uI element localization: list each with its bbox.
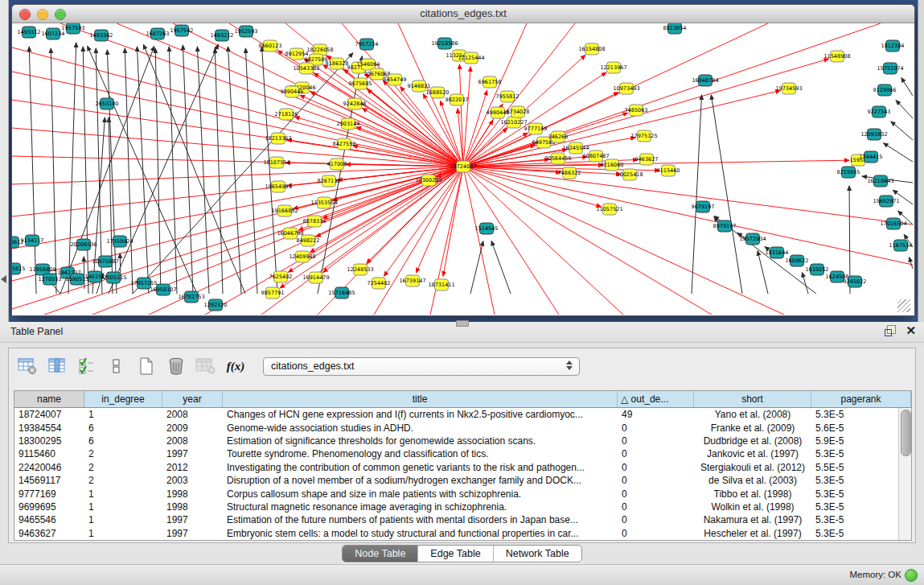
graph-node[interactable]: 417008 bbox=[327, 159, 347, 170]
graph-node[interactable]: 6961758 bbox=[478, 76, 502, 88]
graph-node[interactable]: 16245544 bbox=[562, 142, 589, 154]
column-selector-icon[interactable] bbox=[45, 353, 69, 379]
graph-node[interactable]: 10975887 bbox=[92, 256, 118, 267]
graph-node[interactable]: 1952593 bbox=[235, 26, 258, 37]
table-row[interactable]: 1872400712008Changes of HCN gene express… bbox=[14, 408, 911, 421]
table-row[interactable]: 1938455462009Genome-wide association stu… bbox=[14, 421, 911, 434]
graph-node[interactable]: 18107554 bbox=[263, 157, 290, 168]
graph-node[interactable]: 19166852 bbox=[271, 205, 298, 216]
graph-node[interactable]: 1609622 bbox=[786, 255, 809, 266]
graph-node[interactable]: 2718126 bbox=[275, 109, 298, 120]
tab-node-table[interactable]: Node Table bbox=[343, 546, 418, 562]
graph-node[interactable]: 19654983 bbox=[265, 181, 291, 192]
memory-ok-indicator-icon[interactable] bbox=[905, 569, 918, 582]
graph-node[interactable]: 1493312 bbox=[18, 27, 41, 38]
graph-node[interactable]: 746266 bbox=[548, 131, 569, 142]
graph-node[interactable]: 19572934 bbox=[739, 233, 766, 245]
table-settings-icon[interactable] bbox=[15, 353, 39, 379]
column-header-out_de[interactable]: △ out_de... bbox=[618, 391, 694, 407]
graph-node[interactable]: 18731411 bbox=[428, 279, 454, 290]
table-row[interactable]: 911546021997Tourette syndrome. Phenomeno… bbox=[14, 447, 911, 460]
graph-node[interactable]: 1514545 bbox=[475, 223, 499, 234]
checklist-icon[interactable] bbox=[75, 353, 99, 379]
delete-table-icon-disabled[interactable] bbox=[194, 353, 218, 379]
graph-node[interactable]: 17975125 bbox=[630, 130, 657, 142]
table-row[interactable]: 946554611997Estimation of the future num… bbox=[14, 513, 911, 526]
column-header-pagerank[interactable]: pagerank bbox=[811, 391, 911, 407]
column-header-title[interactable]: title bbox=[223, 391, 618, 407]
graph-node[interactable]: 1493212 bbox=[211, 30, 234, 41]
collapse-handle-icon[interactable] bbox=[1, 275, 6, 283]
graph-node[interactable]: 9134117 bbox=[21, 235, 44, 246]
splitter-grip[interactable] bbox=[456, 320, 469, 327]
graph-node[interactable]: 15692971 bbox=[873, 196, 899, 207]
table-row[interactable]: 946362711997Embryonic stem cells: a mode… bbox=[14, 527, 911, 540]
graph-node[interactable]: 7957224 bbox=[355, 39, 379, 50]
left-splitter-gutter[interactable] bbox=[0, 0, 9, 322]
graph-node[interactable]: 9675685 bbox=[349, 78, 372, 89]
table-row[interactable]: 1830029562008Estimation of significance … bbox=[14, 435, 911, 447]
graph-node[interactable]: 12093832 bbox=[860, 129, 887, 140]
graph-node[interactable]: 8267130 bbox=[318, 175, 341, 187]
graph-node[interactable]: 8813054 bbox=[663, 23, 687, 34]
graph-node[interactable]: 8878334 bbox=[303, 216, 326, 227]
graph-node[interactable]: 17016504 bbox=[880, 218, 906, 229]
function-icon[interactable]: f(x) bbox=[224, 353, 248, 379]
graph-node[interactable]: 16739147 bbox=[399, 275, 425, 286]
graph-node[interactable]: 9115460 bbox=[657, 165, 680, 176]
column-header-in_degree[interactable]: in_degree bbox=[84, 391, 162, 407]
graph-node[interactable]: 9857791 bbox=[261, 287, 285, 299]
graph-node[interactable]: 6734028 bbox=[507, 106, 530, 117]
graph-node[interactable]: 7254402 bbox=[368, 278, 391, 289]
table-row[interactable]: 969969511998Structural magnetic resonanc… bbox=[14, 501, 911, 513]
graph-node[interactable]: 11057521 bbox=[596, 204, 622, 215]
graph-node[interactable]: 9242848 bbox=[343, 98, 367, 109]
graph-node[interactable]: 10025418 bbox=[616, 169, 643, 180]
graph-node[interactable]: 8186328 bbox=[326, 58, 349, 69]
graph-node[interactable]: 10973493 bbox=[613, 83, 639, 94]
graph-node[interactable]: 1957593 bbox=[62, 23, 85, 34]
graph-node[interactable]: 11548908 bbox=[823, 51, 850, 62]
rows-icon[interactable] bbox=[105, 353, 129, 379]
new-document-icon[interactable] bbox=[134, 353, 158, 379]
graph-node[interactable]: 19734593 bbox=[775, 83, 802, 94]
column-header-short[interactable]: short bbox=[694, 391, 811, 407]
graph-node[interactable]: 8215955 bbox=[837, 167, 860, 178]
graph-node[interactable]: 10807487 bbox=[582, 150, 609, 162]
close-panel-icon[interactable]: ✕ bbox=[906, 325, 916, 336]
tab-edge-table[interactable]: Edge Table bbox=[418, 546, 493, 562]
graph-node[interactable]: 1905815 bbox=[12, 263, 25, 274]
graph-node[interactable]: 12213967 bbox=[600, 62, 626, 73]
graph-node[interactable]: 17359924 bbox=[106, 236, 133, 247]
graph-node[interactable]: 19218586 bbox=[431, 38, 458, 49]
graph-node[interactable]: 12248533 bbox=[347, 264, 373, 275]
graph-node[interactable]: 9679197 bbox=[692, 201, 715, 212]
graph-node[interactable]: 16848784 bbox=[692, 75, 718, 86]
graph-node[interactable]: 12409948 bbox=[289, 251, 315, 262]
graph-node[interactable]: 9227343 bbox=[868, 106, 891, 117]
graph-node[interactable]: 1831644 bbox=[766, 247, 789, 258]
window-resize-grip[interactable] bbox=[897, 299, 910, 312]
table-row[interactable]: 2242004622012Investigating the contribut… bbox=[14, 461, 911, 474]
table-scrollbar-thumb[interactable] bbox=[901, 410, 911, 456]
trash-icon[interactable] bbox=[164, 353, 188, 379]
window-titlebar[interactable]: citations_edges.txt bbox=[12, 5, 914, 23]
graph-node[interactable]: 16782753 bbox=[178, 291, 204, 303]
graph-node[interactable]: 1812304 bbox=[881, 40, 905, 51]
graph-node[interactable]: 1957542 bbox=[170, 25, 194, 36]
graph-node[interactable]: 15716485 bbox=[328, 287, 355, 299]
table-selector-dropdown[interactable]: citations_edges.txt bbox=[263, 357, 580, 376]
table-row[interactable]: 977716911998Corpus callosum shape and si… bbox=[14, 487, 911, 500]
graph-node[interactable]: 15751074 bbox=[877, 63, 903, 74]
graph-node[interactable]: 1493362 bbox=[90, 30, 113, 41]
graph-node[interactable]: 20206536 bbox=[70, 239, 97, 250]
float-panel-icon[interactable] bbox=[885, 325, 896, 336]
graph-node[interactable]: 7485063 bbox=[625, 105, 648, 116]
tab-network-table[interactable]: Network Table bbox=[494, 546, 581, 562]
table-scrollbar-track[interactable] bbox=[898, 408, 911, 540]
network-canvas[interactable]: 1872400786601238912954182260589827509818… bbox=[12, 23, 913, 315]
column-header-name[interactable]: name bbox=[14, 391, 84, 407]
column-header-year[interactable]: year bbox=[162, 391, 223, 407]
graph-node[interactable]: 7955812 bbox=[496, 91, 519, 102]
graph-node[interactable]: 12213363 bbox=[265, 133, 291, 144]
